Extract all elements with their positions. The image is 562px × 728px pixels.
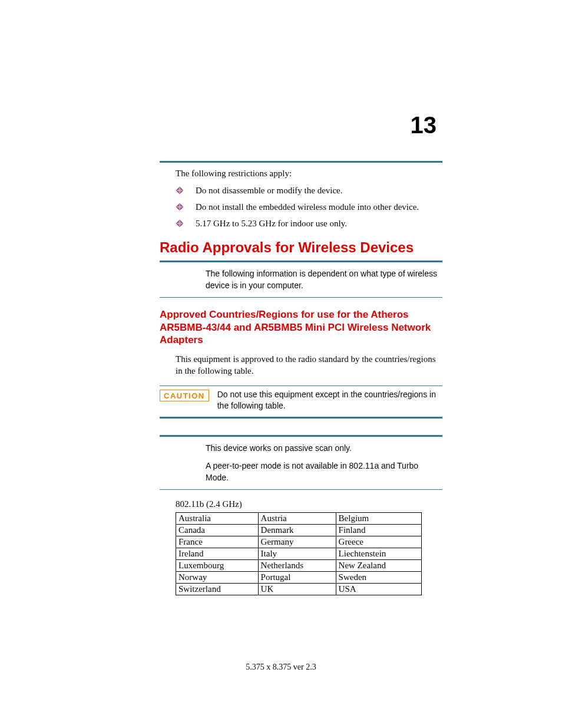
table-row: NorwayPortugalSweden [176, 572, 422, 584]
table-cell: Australia [176, 513, 259, 525]
diamond-bullet-icon [176, 219, 184, 227]
table-row: SwitzerlandUKUSA [176, 584, 422, 595]
table-row: LuxembourgNetherlandsNew Zealand [176, 560, 422, 572]
page-number: 13 [411, 112, 437, 139]
table-cell: Greece [336, 536, 421, 548]
peer-to-peer-note: A peer-to-peer mode is not available in … [206, 460, 442, 483]
table-row: IrelandItalyLiechtenstein [176, 548, 422, 560]
table-cell: Canada [176, 525, 259, 536]
table-cell: New Zealand [336, 560, 421, 572]
table-cell: Liechtenstein [336, 548, 421, 560]
table-cell: Ireland [176, 548, 259, 560]
divider [160, 435, 442, 437]
divider [160, 417, 442, 419]
table-row: CanadaDenmarkFinland [176, 525, 422, 536]
table-cell: Denmark [258, 525, 336, 536]
caution-badge: CAUTION [160, 390, 209, 401]
caution-text: Do not use this equipment except in the … [217, 389, 442, 411]
list-item: Do not disassemble or modify the device. [176, 185, 442, 197]
table-row: FranceGermanyGreece [176, 536, 422, 548]
table-cell: USA [336, 584, 421, 595]
table-cell: Luxembourg [176, 560, 259, 572]
passive-scan-note: This device works on passive scan only. [206, 443, 442, 454]
diamond-bullet-icon [176, 186, 184, 194]
approval-text: This equipment is approved to the radio … [176, 353, 442, 377]
table-cell: Italy [258, 548, 336, 560]
divider [160, 297, 442, 298]
table-cell: France [176, 536, 259, 548]
table-row: AustraliaAustriaBelgium [176, 513, 422, 525]
section-heading-radio-approvals: Radio Approvals for Wireless Devices [160, 239, 442, 256]
diamond-bullet-icon [176, 202, 184, 210]
table-cell: Norway [176, 572, 259, 584]
table-cell: Germany [258, 536, 336, 548]
section-note: The following information is dependent o… [206, 268, 442, 291]
countries-table: AustraliaAustriaBelgiumCanadaDenmarkFinl… [176, 512, 422, 595]
table-cell: Netherlands [258, 560, 336, 572]
table-cell: Sweden [336, 572, 421, 584]
divider [160, 489, 442, 490]
list-item-text: Do not install the embedded wireless mod… [196, 202, 419, 212]
divider [160, 386, 442, 386]
table-title: 802.11b (2.4 GHz) [176, 499, 442, 509]
list-item: 5.17 GHz to 5.23 GHz for indoor use only… [176, 218, 442, 230]
list-item-text: Do not disassemble or modify the device. [196, 186, 343, 195]
restrictions-intro: The following restrictions apply: [176, 169, 442, 179]
divider [160, 161, 442, 163]
subsection-heading-approved-countries: Approved Countries/Regions for use for t… [160, 308, 442, 346]
restrictions-list: Do not disassemble or modify the device.… [176, 185, 442, 230]
table-cell: Switzerland [176, 584, 259, 595]
table-cell: Austria [258, 513, 336, 525]
table-cell: Portugal [258, 572, 336, 584]
page-footer: 5.375 x 8.375 ver 2.3 [0, 663, 562, 672]
divider [160, 261, 442, 262]
list-item: Do not install the embedded wireless mod… [176, 201, 442, 214]
table-cell: Belgium [336, 513, 421, 525]
table-cell: UK [258, 584, 336, 595]
caution-block: CAUTION Do not use this equipment except… [160, 389, 442, 411]
table-cell: Finland [336, 525, 421, 536]
list-item-text: 5.17 GHz to 5.23 GHz for indoor use only… [196, 219, 347, 228]
